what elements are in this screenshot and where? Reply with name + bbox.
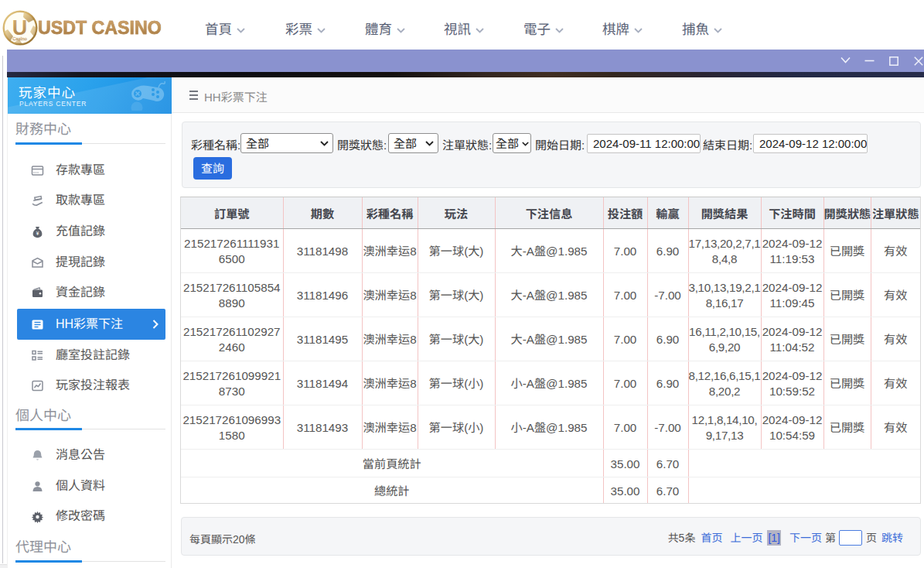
svg-text:Casino: Casino [12,36,27,41]
svg-text:¥: ¥ [36,231,39,236]
